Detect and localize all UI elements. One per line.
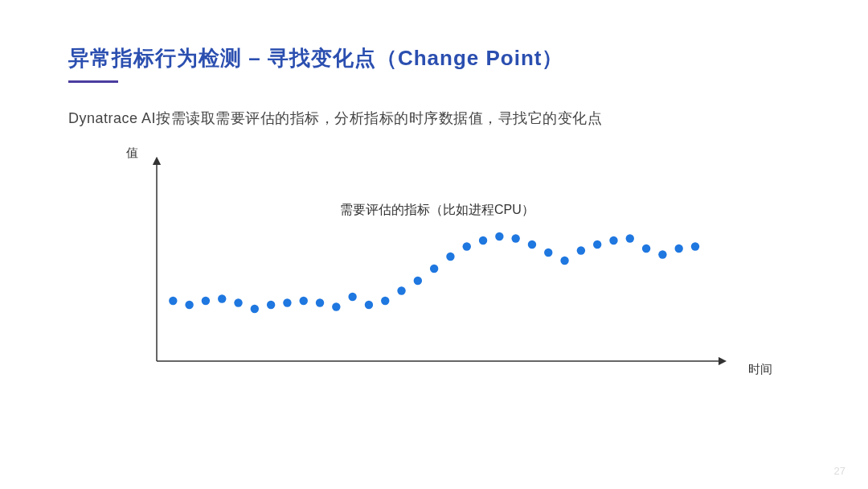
- svg-point-4: [202, 297, 210, 305]
- svg-point-6: [234, 298, 242, 306]
- svg-point-28: [593, 240, 601, 249]
- svg-point-22: [495, 232, 503, 240]
- svg-point-34: [691, 242, 699, 250]
- chart-plot: [149, 152, 727, 385]
- svg-point-30: [626, 234, 634, 242]
- svg-point-2: [169, 297, 177, 305]
- svg-point-25: [544, 249, 552, 257]
- svg-point-3: [185, 301, 193, 309]
- x-axis-label: 时间: [748, 362, 772, 377]
- svg-point-21: [479, 236, 487, 244]
- svg-point-33: [674, 244, 682, 253]
- chart-annotation: 需要评估的指标（比如进程CPU）: [340, 202, 534, 219]
- svg-point-26: [560, 257, 568, 265]
- svg-point-19: [446, 253, 454, 261]
- svg-point-29: [609, 236, 617, 244]
- title-underline: [68, 80, 118, 83]
- svg-point-15: [381, 297, 389, 305]
- svg-point-13: [348, 293, 356, 301]
- svg-point-10: [300, 297, 308, 305]
- slide-title: 异常指标行为检测 – 寻找变化点（Change Point）: [68, 44, 804, 72]
- svg-point-11: [316, 298, 324, 306]
- svg-point-5: [218, 294, 226, 302]
- chart-container: 值 需要评估的指标（比如进程CPU） 时间: [149, 152, 727, 385]
- page-number: 27: [834, 465, 845, 477]
- svg-point-17: [414, 277, 422, 285]
- svg-point-24: [528, 240, 536, 249]
- svg-point-23: [511, 234, 519, 242]
- svg-point-14: [365, 301, 373, 309]
- svg-point-9: [283, 298, 291, 306]
- svg-point-27: [577, 246, 585, 254]
- svg-point-12: [332, 302, 340, 310]
- svg-point-20: [463, 242, 471, 250]
- slide-subtitle: Dynatrace AI按需读取需要评估的指标，分析指标的时序数据值，寻找它的变…: [68, 109, 804, 128]
- svg-point-8: [267, 301, 275, 309]
- svg-point-32: [658, 250, 666, 258]
- svg-point-16: [397, 286, 405, 294]
- svg-point-31: [642, 244, 650, 253]
- svg-point-7: [251, 305, 259, 313]
- svg-point-18: [430, 265, 438, 273]
- slide-container: 异常指标行为检测 – 寻找变化点（Change Point） Dynatrace…: [0, 0, 868, 489]
- y-axis-label: 值: [126, 146, 138, 161]
